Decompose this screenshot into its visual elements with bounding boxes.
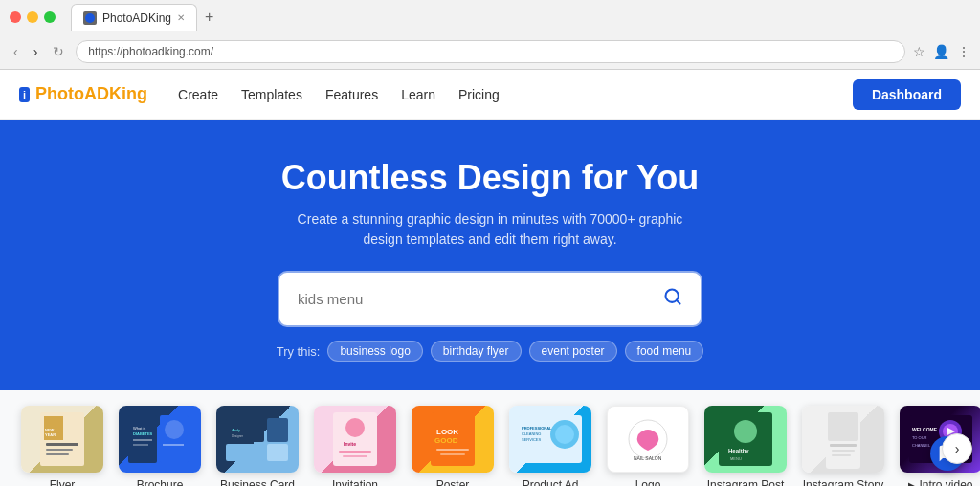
try-tag-birthday-flyer[interactable]: birthday flyer [431,341,522,362]
svg-rect-33 [440,453,465,455]
nav-create[interactable]: Create [178,87,218,102]
try-tag-business-logo[interactable]: business logo [327,341,422,362]
svg-rect-49 [830,444,857,447]
svg-text:Invite: Invite [344,441,356,447]
try-tag-food-menu[interactable]: food menu [625,341,704,362]
svg-point-16 [165,420,184,439]
svg-text:NAIL SALON: NAIL SALON [634,455,662,461]
menu-icon[interactable]: ⋮ [957,44,970,59]
address-bar[interactable]: https://photoadking.com/ [76,40,905,63]
tab-close-button[interactable]: ✕ [177,12,185,23]
logo[interactable]: i PhotoADKing [19,84,147,104]
template-label-poster: Poster [436,478,470,486]
thumb-inner-story [802,406,884,473]
template-thumb-bizcard: Andy Designer [216,406,299,473]
svg-line-2 [677,300,680,304]
svg-rect-17 [163,444,184,446]
template-thumb-poster: LOOK GOOD [412,406,494,473]
template-label-video: ▶ Intro video [908,478,972,486]
svg-rect-51 [832,454,851,456]
svg-text:What is: What is [133,426,145,431]
try-label: Try this: [277,344,321,359]
app-nav: i PhotoADKing Create Templates Features … [0,70,980,120]
template-item-invitation[interactable]: Invite Invitation [312,406,398,486]
nav-learn[interactable]: Learn [401,87,435,102]
svg-text:SERVICES: SERVICES [522,437,541,442]
template-item-productad[interactable]: PROFESSIONAL CLEANING SERVICES Product A… [507,406,593,486]
svg-rect-27 [339,451,371,453]
template-label-logo: Logo [635,478,661,486]
hero-subtitle: Create a stunning graphic design in minu… [289,210,691,250]
svg-text:Healthy: Healthy [728,448,749,453]
nav-templates[interactable]: Templates [241,87,302,102]
svg-point-25 [345,418,365,437]
try-this-section: Try this: business logo birthday flyer e… [19,341,961,362]
template-item-story[interactable]: Instagram Story [800,406,886,486]
thumb-inner-flyer: NEW YEAR [21,406,103,473]
svg-point-39 [555,425,574,444]
new-tab-button[interactable]: + [201,9,217,26]
template-item-poster[interactable]: LOOK GOOD Poster [410,406,496,486]
template-item-instagram[interactable]: Healthy MENU Instagram Post [702,406,789,486]
hero-title: Countless Design for You [19,158,961,198]
browser-tabs: PhotoADKing ✕ + [71,4,217,31]
next-button[interactable]: › [942,433,972,464]
template-thumb-instagram: Healthy MENU [704,406,787,473]
refresh-button[interactable]: ↻ [49,42,68,61]
search-input[interactable] [298,291,663,307]
template-label-story: Instagram Story [803,478,884,486]
minimize-window-button[interactable] [27,11,38,23]
svg-text:YEAR: YEAR [45,432,56,437]
try-tag-event-poster[interactable]: event poster [529,341,617,362]
template-label-brochure: Brochure [137,478,184,486]
thumb-inner-invitation: Invite [314,406,396,473]
template-label-invitation: Invitation [332,478,378,486]
maximize-window-button[interactable] [44,11,56,23]
thumb-inner-bizcard: Andy Designer [216,406,299,473]
tab-favicon [83,11,97,25]
template-item-bizcard[interactable]: Andy Designer Business Card [214,406,301,486]
svg-text:WELCOME: WELCOME [912,427,938,432]
dashboard-button[interactable]: Dashboard [853,79,961,110]
search-button[interactable] [663,287,682,311]
nav-pricing[interactable]: Pricing [458,87,500,102]
thumb-inner-logo: NAIL SALON [608,407,688,472]
bookmark-icon[interactable]: ☆ [913,44,925,59]
template-thumb-productad: PROFESSIONAL CLEANING SERVICES [509,406,591,473]
template-thumb-logo: NAIL SALON [607,406,689,473]
svg-text:MENU: MENU [730,456,742,461]
profile-icon[interactable]: 👤 [933,44,949,59]
close-window-button[interactable] [10,11,21,23]
svg-text:TO OUR: TO OUR [912,435,927,440]
svg-rect-28 [343,455,368,457]
svg-rect-14 [133,439,152,441]
svg-rect-20 [267,418,288,442]
forward-button[interactable]: › [30,42,42,61]
template-item-brochure[interactable]: What is DIABETES Brochure [117,406,203,486]
nav-features[interactable]: Features [325,87,378,102]
template-thumb-brochure: What is DIABETES [119,406,201,473]
hero-section: Countless Design for You Create a stunni… [0,120,980,390]
back-button[interactable]: ‹ [10,42,22,61]
svg-rect-48 [828,412,858,441]
nav-links: Create Templates Features Learn Pricing [178,87,500,102]
template-thumb-flyer: NEW YEAR [21,406,103,473]
url-text: https://photoadking.com/ [88,45,893,58]
template-item-logo[interactable]: NAIL SALON Logo [605,406,691,486]
svg-rect-7 [46,453,69,455]
svg-rect-21 [267,444,288,461]
thumb-inner-instagram: Healthy MENU [704,406,787,473]
svg-rect-5 [46,443,78,446]
toolbar-icons: ☆ 👤 ⋮ [913,44,970,59]
svg-text:CHANNEL: CHANNEL [912,443,931,448]
template-item-flyer[interactable]: NEW YEAR Flyer [19,406,105,486]
template-thumb-story [802,406,884,473]
template-thumb-invitation: Invite [314,406,396,473]
svg-rect-50 [832,450,855,452]
svg-text:GOOD: GOOD [434,436,458,445]
svg-text:Designer: Designer [232,434,243,438]
svg-text:CLEANING: CLEANING [522,431,541,436]
svg-point-0 [85,13,95,23]
traffic-lights [10,11,56,23]
active-tab[interactable]: PhotoADKing ✕ [71,4,197,31]
